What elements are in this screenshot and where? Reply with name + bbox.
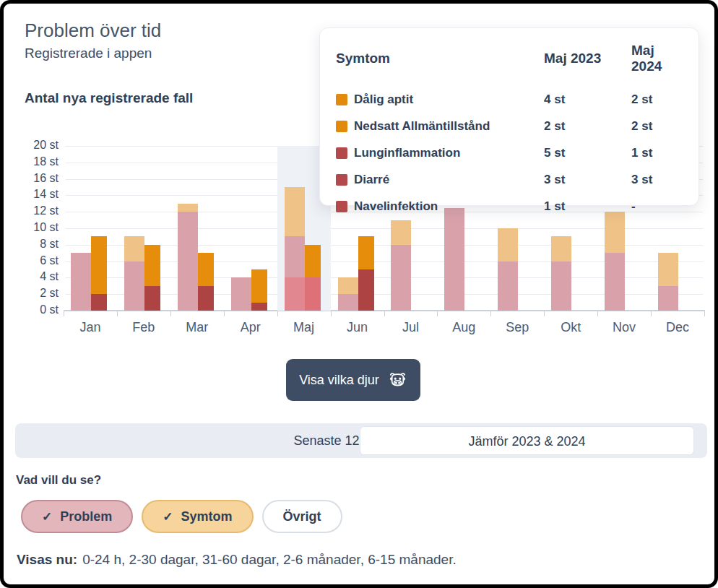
bar-segment (305, 245, 321, 278)
tooltip-title: Symtom (336, 51, 544, 66)
bar-segment (305, 277, 321, 311)
x-axis-label: Maj (277, 320, 331, 335)
bar-2023-Okt[interactable] (551, 236, 571, 311)
filter-chip-label: Problem (60, 509, 112, 524)
tooltip-header-row: Symtom Maj 2023 Maj 2024 (336, 43, 683, 74)
x-axis-label: Sep (490, 320, 544, 335)
bar-segment (144, 286, 160, 311)
x-axis-label: Feb (117, 320, 170, 335)
bar-2024-Jun[interactable] (358, 236, 374, 311)
problem-over-time-card: Problem över tid Registrerade i appen An… (0, 0, 718, 588)
bar-segment (498, 261, 518, 311)
bar-segment (144, 245, 160, 286)
bar-segment (198, 286, 214, 311)
x-axis-tick (437, 310, 438, 316)
bar-2023-Maj[interactable] (285, 187, 305, 311)
legend-swatch-icon (336, 147, 347, 159)
value-2024: 2 st (631, 92, 683, 107)
symptom-name: Lunginflammation (354, 146, 460, 160)
bar-segment (178, 212, 198, 311)
tooltip-row: Lunginflammation 5 st 1 st (336, 139, 683, 166)
x-axis-label: Jan (64, 320, 117, 335)
bar-2023-Jun[interactable] (338, 277, 358, 311)
value-2023: 1 st (544, 199, 631, 214)
active-filters-label: Visas nu: (17, 552, 77, 567)
bar-segment (285, 187, 305, 236)
bar-segment (198, 253, 214, 286)
bar-segment (551, 261, 571, 311)
bar-2023-Dec[interactable] (658, 253, 678, 311)
active-filters-value: 0-24 h, 2-30 dagar, 31-60 dagar, 2-6 mån… (82, 552, 457, 567)
value-2024: 1 st (631, 146, 683, 160)
x-axis-tick (490, 310, 491, 316)
x-axis-tick (277, 310, 278, 316)
x-axis-label: Okt (544, 320, 597, 335)
cow-icon (388, 371, 407, 390)
period-toggle-compare-years[interactable]: Jämför 2023 & 2024 (360, 426, 694, 455)
filter-chip-problem[interactable]: ✓Problem (21, 500, 133, 533)
value-2024: 2 st (631, 119, 683, 134)
bar-2023-Jul[interactable] (391, 220, 411, 311)
show-animals-button[interactable]: Visa vilka djur (286, 359, 420, 401)
y-axis-label: 20 st (14, 139, 59, 152)
bar-segment (391, 245, 411, 311)
filter-chip-symtom[interactable]: ✓Symtom (142, 500, 253, 533)
x-axis-label: Dec (651, 320, 704, 335)
bar-2024-Jan[interactable] (91, 236, 107, 311)
bar-2023-Nov[interactable] (605, 212, 625, 311)
bar-2023-Apr[interactable] (231, 277, 251, 311)
value-2023: 2 st (544, 119, 631, 134)
bar-segment (658, 253, 678, 286)
value-2023: 5 st (544, 146, 631, 160)
bar-segment (178, 204, 198, 212)
y-axis-label: 12 st (14, 204, 59, 217)
tooltip-col-2023: Maj 2023 (544, 51, 631, 66)
filter-question-label: Vad vill du se? (16, 473, 101, 488)
x-axis-label: Nov (597, 320, 651, 335)
x-axis-tick (384, 310, 385, 316)
filter-chip-label: Övrigt (283, 509, 321, 524)
bar-segment (71, 253, 91, 311)
x-axis-label: Apr (224, 320, 277, 335)
legend-swatch-icon (336, 94, 347, 105)
filter-chip-label: Symtom (181, 509, 233, 524)
bar-2023-Mar[interactable] (178, 204, 198, 311)
filter-chips: ✓Problem✓SymtomÖvrigt (21, 500, 342, 533)
tooltip-col-2024: Maj 2024 (631, 43, 683, 74)
x-axis-label: Mar (170, 320, 224, 335)
bar-2024-Apr[interactable] (251, 269, 267, 311)
tooltip-row: Navelinfektion 1 st - (336, 193, 683, 220)
bar-segment (338, 277, 358, 294)
bar-segment (124, 236, 144, 261)
bar-2023-Aug[interactable] (444, 208, 464, 311)
bar-2024-Maj[interactable] (305, 245, 321, 311)
filter-chip--vrigt[interactable]: Övrigt (262, 500, 342, 533)
y-axis-label: 6 st (14, 254, 59, 267)
symptom-name: Navelinfektion (354, 199, 438, 214)
value-2023: 4 st (544, 92, 631, 107)
y-axis-label: 8 st (14, 238, 59, 251)
bar-2023-Jan[interactable] (71, 253, 91, 311)
bar-2024-Feb[interactable] (144, 245, 160, 311)
bar-segment (285, 277, 305, 311)
y-axis-label: 10 st (14, 221, 59, 234)
show-animals-label: Visa vilka djur (299, 373, 379, 388)
value-2024: 3 st (631, 173, 683, 187)
bar-segment (124, 261, 144, 311)
y-axis-label: 2 st (14, 287, 59, 300)
bar-segment (391, 220, 411, 245)
bar-2023-Feb[interactable] (124, 236, 144, 311)
bar-segment (358, 236, 374, 269)
bar-segment (91, 294, 107, 311)
bar-2024-Mar[interactable] (198, 253, 214, 311)
legend-swatch-icon (336, 201, 347, 212)
bar-2023-Sep[interactable] (498, 228, 518, 311)
y-axis-label: 14 st (14, 188, 59, 201)
bar-segment (251, 303, 267, 311)
y-axis-label: 0 st (14, 303, 59, 316)
bar-segment (251, 269, 267, 303)
bar-segment (605, 253, 625, 311)
bar-segment (358, 269, 374, 311)
chart-tooltip: Symtom Maj 2023 Maj 2024 Dålig aptit 4 s… (319, 27, 699, 206)
legend-swatch-icon (336, 121, 347, 132)
